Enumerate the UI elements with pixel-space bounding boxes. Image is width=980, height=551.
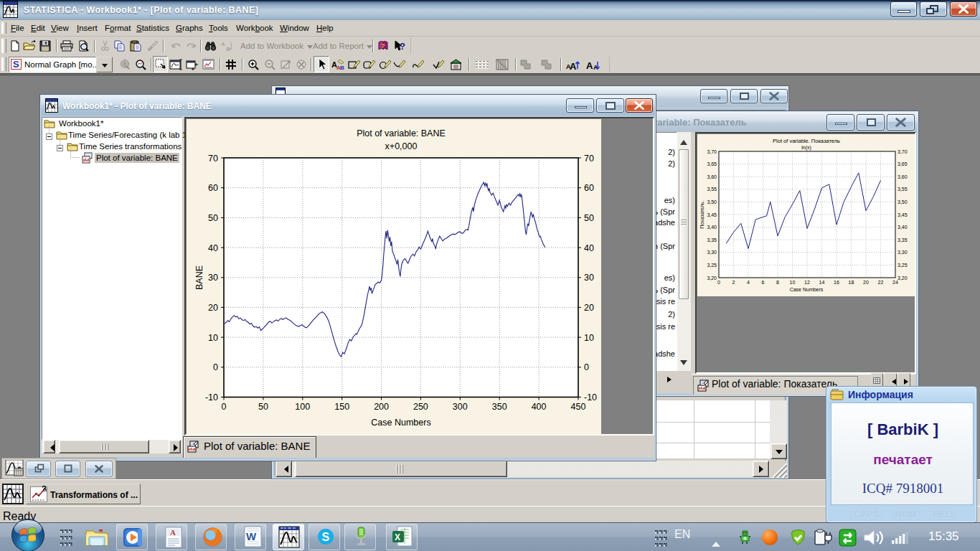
svg-text:10: 10 [584, 333, 594, 343]
svg-text:3,25: 3,25 [897, 263, 908, 268]
svg-text:3,70: 3,70 [897, 149, 908, 154]
svg-text:50: 50 [208, 213, 218, 223]
svg-text:2: 2 [732, 280, 735, 285]
svg-text:3,55: 3,55 [707, 187, 717, 192]
svg-text:3,40: 3,40 [897, 225, 908, 230]
svg-text:3,60: 3,60 [707, 174, 717, 179]
svg-text:8: 8 [776, 280, 779, 285]
svg-text:3,20: 3,20 [707, 276, 717, 281]
svg-text:18: 18 [849, 280, 854, 285]
svg-text:14: 14 [819, 280, 825, 285]
svg-text:3,50: 3,50 [897, 199, 908, 204]
svg-text:-10: -10 [584, 392, 597, 402]
svg-text:0: 0 [717, 280, 720, 285]
svg-text:70: 70 [584, 154, 594, 164]
svg-text:?: ? [381, 42, 385, 50]
svg-text:ln(x): ln(x) [801, 145, 811, 151]
svg-text:300: 300 [453, 402, 468, 412]
svg-text:350: 350 [492, 402, 507, 412]
svg-text:3,45: 3,45 [897, 212, 908, 217]
svg-text:10: 10 [208, 333, 218, 343]
svg-text:20: 20 [863, 280, 869, 285]
svg-text:0: 0 [222, 402, 227, 412]
svg-text:B: B [340, 65, 344, 70]
svg-text:3,25: 3,25 [707, 263, 717, 268]
svg-text:3,50: 3,50 [707, 199, 717, 204]
svg-text:X: X [395, 532, 400, 542]
svg-text:200: 200 [374, 402, 389, 412]
svg-text:3,55: 3,55 [897, 187, 908, 192]
svg-text:3,40: 3,40 [707, 225, 717, 230]
svg-text:40: 40 [584, 243, 594, 253]
svg-text:W: W [246, 530, 257, 542]
svg-text:12: 12 [804, 280, 810, 285]
svg-text:22: 22 [878, 280, 884, 285]
svg-text:A: A [570, 61, 577, 70]
svg-text:30: 30 [208, 273, 218, 283]
svg-text:20: 20 [208, 303, 218, 313]
svg-text:24: 24 [892, 280, 898, 285]
svg-text:50: 50 [584, 213, 594, 223]
svg-text:30: 30 [584, 273, 594, 283]
svg-text:3,65: 3,65 [707, 161, 717, 166]
svg-text:4: 4 [747, 280, 750, 285]
svg-text:0: 0 [584, 362, 589, 372]
svg-text:3,20: 3,20 [897, 276, 908, 281]
svg-text:-10: -10 [205, 392, 218, 402]
svg-text:A: A [170, 528, 176, 537]
svg-text:150: 150 [334, 402, 349, 412]
svg-text:70: 70 [208, 154, 218, 164]
svg-text:0: 0 [213, 362, 218, 372]
svg-text:50: 50 [258, 402, 268, 412]
svg-text:16: 16 [834, 280, 839, 285]
svg-text:3,65: 3,65 [897, 161, 908, 166]
svg-text:60: 60 [584, 183, 594, 193]
svg-text:3,70: 3,70 [707, 149, 717, 154]
svg-text:60: 60 [208, 183, 218, 193]
svg-text:3,35: 3,35 [897, 237, 908, 242]
svg-text:3,60: 3,60 [897, 174, 908, 179]
svg-text:Case Numbers: Case Numbers [371, 418, 430, 428]
svg-text:A: A [586, 60, 593, 70]
svg-text:Показатель.: Показатель. [699, 200, 705, 228]
svg-text:20: 20 [584, 303, 594, 313]
svg-text:450: 450 [571, 402, 586, 412]
svg-text:3,45: 3,45 [707, 212, 717, 217]
svg-text:Plot of variable. Показатель: Plot of variable. Показатель [773, 138, 840, 144]
svg-text:Case Numbers: Case Numbers [790, 287, 824, 292]
svg-text:Plot of variable: BANE: Plot of variable: BANE [357, 128, 446, 138]
svg-text:?: ? [400, 41, 405, 52]
svg-text:S: S [322, 531, 330, 543]
svg-text:100: 100 [295, 402, 310, 412]
svg-text:10: 10 [790, 280, 796, 285]
svg-text:BANE: BANE [194, 265, 204, 290]
svg-text:x+0,000: x+0,000 [385, 141, 418, 151]
svg-text:40: 40 [208, 243, 218, 253]
svg-text:3,35: 3,35 [707, 237, 717, 242]
svg-text:3,30: 3,30 [707, 250, 717, 255]
svg-text:400: 400 [532, 402, 547, 412]
svg-text:6: 6 [762, 280, 765, 285]
svg-text:3,30: 3,30 [897, 250, 908, 255]
svg-text:250: 250 [413, 402, 428, 412]
svg-text:A: A [221, 41, 225, 47]
